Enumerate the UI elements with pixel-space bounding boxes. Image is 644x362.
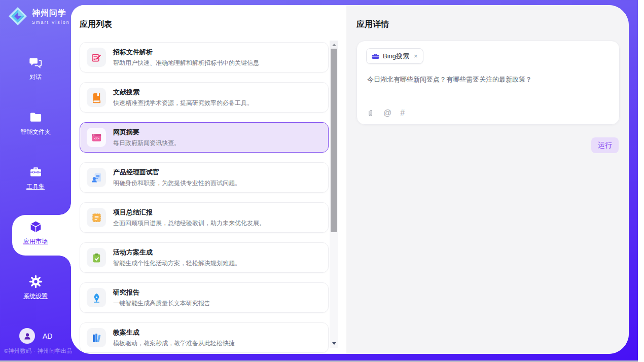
- app-description: 帮助用户快速、准确地理解和解析招标书中的关键信息: [113, 59, 259, 67]
- person-icon: [23, 332, 32, 341]
- remove-tool-icon[interactable]: ×: [414, 52, 418, 60]
- app-card-pm-interviewer[interactable]: 产品经理面试官 明确身份和职责，为您提供专业性的面试问题。: [80, 162, 329, 193]
- app-title: 项目总结汇报: [113, 208, 265, 217]
- app-list: 招标文件解析 帮助用户快速、准确地理解和解析招标书中的关键信息 文献搜索: [80, 42, 329, 354]
- brand-diamond-icon: [8, 7, 27, 26]
- brand-logo: 神州问学 Smart Vision: [8, 7, 70, 26]
- app-window: 神州问学 Smart Vision 对话 智能文件夹 工具: [0, 0, 644, 362]
- chat-icon: [29, 56, 43, 69]
- clipboard-check-icon: [91, 252, 102, 264]
- books-icon: [91, 332, 102, 344]
- scrollbar-thumb[interactable]: [331, 49, 337, 232]
- tool-tag-label: Bing搜索: [383, 52, 409, 61]
- avatar: [19, 328, 35, 344]
- memo-icon: [91, 212, 102, 224]
- app-card-project-summary[interactable]: 项目总结汇报 全面回顾项目进展，总结经验教训，助力未来优化发展。: [80, 202, 329, 233]
- sidebar-item-smart-folders[interactable]: 智能文件夹: [0, 111, 71, 136]
- app-title: 教案生成: [113, 328, 235, 337]
- app-title: 网页摘要: [113, 128, 180, 137]
- cube-icon: [29, 220, 43, 234]
- sidebar-item-label: 系统设置: [23, 292, 48, 301]
- app-detail-title: 应用详情: [356, 19, 389, 30]
- app-description: 模板驱动，教案秒成，教学准备从此轻松快捷: [113, 339, 235, 348]
- sidebar-item-app-market[interactable]: 应用市场: [0, 220, 71, 246]
- sidebar-item-toolset[interactable]: 工具集: [0, 165, 71, 191]
- sidebar-item-label: 对话: [29, 73, 42, 82]
- sidebar-item-label: 应用市场: [23, 237, 48, 246]
- app-card-event-plan-generator[interactable]: 活动方案生成 智能生成个性化活动方案，轻松解决规划难题。: [80, 242, 329, 273]
- app-card-bid-document-analysis[interactable]: 招标文件解析 帮助用户快速、准确地理解和解析招标书中的关键信息: [80, 42, 329, 73]
- sidebar-item-label: 工具集: [26, 183, 45, 191]
- app-card-web-summary[interactable]: </> 网页摘要 每日政府新闻资讯快查。: [80, 122, 329, 153]
- scrollbar-up-arrow[interactable]: [330, 41, 338, 49]
- app-description: 一键智能生成高质量长文本研究报告: [113, 299, 210, 308]
- query-editor-card[interactable]: Bing搜索 × 今日湖北有哪些新闻要点？有哪些需要关注的最新政策？ @ #: [356, 41, 620, 125]
- briefcase-icon: [372, 52, 379, 60]
- query-input[interactable]: 今日湖北有哪些新闻要点？有哪些需要关注的最新政策？: [367, 75, 611, 85]
- app-title: 研究报告: [113, 288, 210, 297]
- sidebar: 神州问学 Smart Vision 对话 智能文件夹 工具: [0, 0, 71, 360]
- app-card-literature-search[interactable]: 文献搜索 快速精准查找学术资源，提高研究效率的必备工具。: [80, 82, 329, 113]
- svg-text:</>: </>: [93, 136, 99, 140]
- sidebar-item-chat[interactable]: 对话: [0, 56, 71, 82]
- app-description: 每日政府新闻资讯快查。: [113, 139, 180, 148]
- toolbox-icon: [29, 165, 43, 179]
- interviewer-icon: [91, 172, 102, 184]
- sidebar-item-label: 智能文件夹: [20, 128, 51, 136]
- app-description: 智能生成个性化活动方案，轻松解决规划难题。: [113, 259, 241, 268]
- app-title: 文献搜索: [113, 88, 253, 97]
- editor-toolbar: @ #: [366, 108, 405, 118]
- app-title: 活动方案生成: [113, 248, 241, 257]
- edit-document-icon: [91, 52, 102, 63]
- gear-icon: [29, 275, 43, 288]
- sidebar-item-settings[interactable]: 系统设置: [0, 275, 71, 301]
- app-title: 招标文件解析: [113, 48, 259, 57]
- book-icon: [91, 92, 102, 103]
- list-scrollbar[interactable]: [330, 41, 338, 348]
- app-detail-panel: 应用详情 Bing搜索 × 今日湖北有哪些新闻要点？有哪些需要关注的最新政策？ …: [346, 5, 629, 354]
- brand-name: 神州问学: [32, 8, 70, 19]
- app-card-research-report[interactable]: 研究报告 一键智能生成高质量长文本研究报告: [80, 282, 329, 313]
- pen-nib-icon: [91, 292, 102, 304]
- user-account[interactable]: AD: [19, 328, 52, 344]
- app-title: 产品经理面试官: [113, 168, 241, 177]
- mention-icon[interactable]: @: [383, 108, 391, 118]
- app-description: 明确身份和职责，为您提供专业性的面试问题。: [113, 179, 241, 188]
- copyright-footer: ©神州数码 · 神州问学出品: [0, 347, 76, 355]
- app-description: 快速精准查找学术资源，提高研究效率的必备工具。: [113, 99, 253, 107]
- folder-icon: [29, 111, 43, 124]
- hashtag-icon[interactable]: #: [400, 108, 405, 118]
- run-button[interactable]: 运行: [591, 137, 619, 153]
- app-list-title: 应用列表: [80, 19, 112, 30]
- brand-tagline: Smart Vision: [32, 20, 70, 25]
- content-area: 应用列表 招标文件解析 帮助用户快速、准确地理解和解析招标书中的关键信息: [71, 5, 629, 354]
- app-list-panel: 应用列表 招标文件解析 帮助用户快速、准确地理解和解析招标书中的关键信息: [71, 5, 346, 354]
- app-description: 全面回顾项目进展，总结经验教训，助力未来优化发展。: [113, 219, 265, 228]
- browser-code-icon: </>: [91, 132, 102, 143]
- tool-tag-bing-search[interactable]: Bing搜索 ×: [366, 48, 423, 64]
- user-initials: AD: [43, 332, 52, 340]
- paperclip-icon[interactable]: [366, 109, 375, 118]
- scrollbar-down-arrow[interactable]: [330, 340, 338, 347]
- app-card-lesson-plan-generator[interactable]: 教案生成 模板驱动，教案秒成，教学准备从此轻松快捷: [80, 322, 329, 353]
